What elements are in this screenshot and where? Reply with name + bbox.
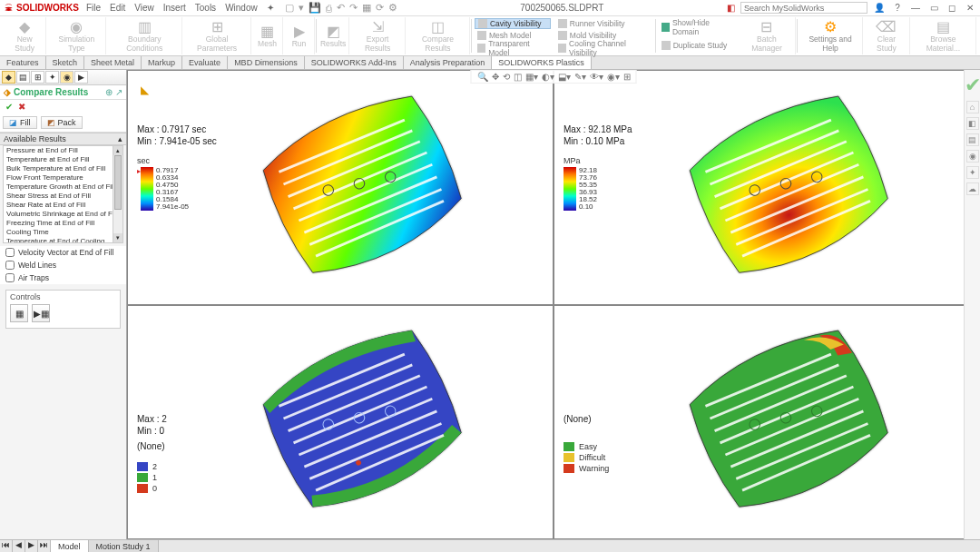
vp-rotate-icon[interactable]: ⟲ bbox=[503, 72, 510, 82]
doc-tab-markup[interactable]: Markup bbox=[142, 56, 182, 69]
taskpane-forum-icon[interactable]: ☁ bbox=[966, 182, 979, 195]
vp-section-icon[interactable]: ◫ bbox=[514, 72, 522, 82]
ribbon-transparent-model[interactable]: Transparent Model bbox=[475, 42, 551, 54]
result-item[interactable]: Temperature Growth at End of Fill bbox=[4, 182, 122, 192]
controls-step-button[interactable]: ▶▦ bbox=[32, 304, 50, 322]
menu-view[interactable]: View bbox=[134, 3, 154, 13]
doc-tab-features[interactable]: Features bbox=[0, 56, 46, 69]
search-input[interactable] bbox=[740, 2, 867, 14]
scroll-thumb[interactable] bbox=[114, 155, 122, 210]
pack-button[interactable]: ◩Pack bbox=[41, 116, 83, 129]
pane-ease-of-fill[interactable]: (None) EasyDifficultWarning bbox=[554, 305, 980, 540]
graphics-viewport[interactable]: 🔍 ✥ ⟲ ◫ ▦▾ ◐▾ ⬓▾ ✎▾ 👁▾ ◉▾ ⊞ ◣ Max : 0.79… bbox=[127, 70, 980, 539]
panel-pin-icon[interactable]: ↗ bbox=[115, 87, 122, 97]
vp-view-icon[interactable]: ▦▾ bbox=[525, 72, 538, 82]
ribbon-new-study[interactable]: ◆New Study bbox=[4, 17, 46, 54]
panel-tab-config-icon[interactable]: ⊞ bbox=[31, 71, 44, 84]
ribbon-cooling-visibility[interactable]: Cooling Channel Visibility bbox=[555, 42, 652, 54]
vp-zoom-icon[interactable]: 🔍 bbox=[477, 72, 488, 82]
bottom-tab-motion[interactable]: Motion Study 1 bbox=[89, 540, 159, 552]
ribbon-boundary[interactable]: ▥Boundary Conditions bbox=[107, 17, 182, 54]
result-item[interactable]: Volumetric Shrinkage at End of Fill bbox=[4, 210, 122, 219]
taskpane-home-icon[interactable]: ⌂ bbox=[966, 101, 979, 113]
velocity-checkbox-row[interactable]: Velocity Vector at End of Fill bbox=[0, 246, 126, 259]
list-scrollbar[interactable]: ▴ ▾ bbox=[113, 146, 122, 242]
taskpane-props-icon[interactable]: ▤ bbox=[966, 133, 979, 146]
ribbon-sim-type[interactable]: ◉Simulation Type bbox=[47, 17, 106, 54]
tab-next-icon[interactable]: ▶ bbox=[25, 540, 38, 552]
panel-tab-dims-icon[interactable]: ✦ bbox=[45, 71, 59, 84]
panel-tab-props-icon[interactable]: ▤ bbox=[16, 71, 30, 84]
qat-print-icon[interactable]: ⎙ bbox=[326, 3, 332, 14]
menu-window[interactable]: Window bbox=[225, 3, 258, 13]
maximize-icon[interactable]: ◻ bbox=[946, 2, 958, 15]
ribbon-show-hide-domain[interactable]: Show/Hide Domain bbox=[659, 21, 736, 33]
panel-tab-appear-icon[interactable]: ◉ bbox=[60, 71, 74, 84]
doc-tab-sheet-metal[interactable]: Sheet Metal bbox=[84, 56, 142, 69]
result-item[interactable]: Pressure at End of Fill bbox=[4, 146, 122, 155]
tab-last-icon[interactable]: ⏭ bbox=[38, 540, 51, 552]
taskpane-custom-icon[interactable]: ✦ bbox=[966, 166, 979, 179]
menu-insert[interactable]: Insert bbox=[163, 3, 186, 13]
ribbon-cavity-visibility[interactable]: Cavity Visibility bbox=[475, 18, 551, 29]
tab-first-icon[interactable]: ⏮ bbox=[0, 540, 13, 552]
menu-edit[interactable]: Edit bbox=[110, 3, 125, 13]
result-item[interactable]: Temperature at End of Fill bbox=[4, 155, 122, 164]
ribbon-compare[interactable]: ◫Compare Results bbox=[407, 17, 470, 54]
doc-tab-solidworks-plastics[interactable]: SOLIDWORKS Plastics bbox=[492, 56, 592, 69]
qat-redo-icon[interactable]: ↷ bbox=[349, 2, 358, 14]
close-icon[interactable]: ✕ bbox=[964, 2, 976, 15]
velocity-checkbox[interactable] bbox=[5, 248, 15, 257]
result-item[interactable]: Flow Front Temperature bbox=[4, 173, 122, 182]
menu-help-icon[interactable]: ✦ bbox=[267, 3, 274, 13]
result-item[interactable]: Cooling Time bbox=[4, 228, 122, 237]
minimize-icon[interactable]: — bbox=[909, 2, 922, 15]
doc-tab-solidworks-add-ins[interactable]: SOLIDWORKS Add-Ins bbox=[305, 56, 404, 69]
ok-icon[interactable]: ✔ bbox=[5, 102, 13, 112]
qat-new-icon[interactable]: ▢ bbox=[285, 2, 294, 14]
pane-pressure[interactable]: Max : 92.18 MPa Min : 0.10 MPa MPa 92.18… bbox=[554, 70, 980, 305]
pane-fill-time[interactable]: ◣ Max : 0.7917 sec Min : 7.941e-05 sec s… bbox=[127, 70, 554, 305]
ribbon-runner-visibility[interactable]: Runner Visibility bbox=[555, 18, 652, 29]
ribbon-mesh[interactable]: ▦Mesh bbox=[252, 17, 283, 54]
qat-open-icon[interactable]: ▾ bbox=[299, 2, 304, 14]
vp-more-icon[interactable]: ⊞ bbox=[623, 72, 631, 82]
pane-numeric[interactable]: Max : 2 Min : 0 (None) 210 bbox=[127, 305, 554, 540]
controls-play-button[interactable]: ▦ bbox=[10, 304, 28, 322]
qat-save-icon[interactable]: 💾 bbox=[309, 2, 321, 14]
ribbon-batch-manager[interactable]: ⊟Batch Manager bbox=[739, 17, 796, 54]
fill-button[interactable]: ◪Fill bbox=[3, 116, 37, 129]
doc-tab-evaluate[interactable]: Evaluate bbox=[182, 56, 228, 69]
ribbon-results[interactable]: ◩Results bbox=[318, 17, 349, 54]
result-item[interactable]: Bulk Temperature at End of Fill bbox=[4, 164, 122, 173]
scroll-down-icon[interactable]: ▾ bbox=[113, 233, 122, 242]
scroll-up-icon[interactable]: ▴ bbox=[113, 146, 122, 155]
qat-rebuild-icon[interactable]: ⟳ bbox=[376, 2, 384, 14]
restore-icon[interactable]: ▭ bbox=[927, 2, 940, 15]
weld-checkbox-row[interactable]: Weld Lines bbox=[0, 259, 126, 271]
menu-tools[interactable]: Tools bbox=[195, 3, 216, 13]
ribbon-clear-study[interactable]: ⌫Clear Study bbox=[864, 17, 909, 54]
ribbon-run[interactable]: ▶Run bbox=[284, 17, 315, 54]
result-item[interactable]: Freezing Time at End of Fill bbox=[4, 219, 122, 228]
panel-tab-tree-icon[interactable]: ◆ bbox=[2, 71, 15, 84]
vp-edit-icon[interactable]: ✎▾ bbox=[574, 72, 586, 82]
doc-tab-sketch[interactable]: Sketch bbox=[46, 56, 85, 69]
login-icon[interactable]: 👤 bbox=[873, 2, 886, 15]
menu-file[interactable]: File bbox=[86, 3, 101, 13]
ribbon-duplicate-study[interactable]: Duplicate Study bbox=[659, 39, 736, 51]
ribbon-browse-material[interactable]: ▤Browse Material... bbox=[911, 17, 976, 54]
taskpane-design-icon[interactable]: ◧ bbox=[966, 117, 979, 130]
doc-tab-analysis-preparation[interactable]: Analysis Preparation bbox=[404, 56, 493, 69]
result-item[interactable]: Temperature at End of Cooling bbox=[4, 237, 122, 243]
taskpane-appear-icon[interactable]: ◉ bbox=[966, 150, 979, 163]
tab-prev-icon[interactable]: ◀ bbox=[13, 540, 25, 552]
ribbon-global-params[interactable]: ⊞Global Parameters bbox=[183, 17, 251, 54]
collapse-icon[interactable]: ▴ bbox=[118, 134, 122, 143]
cancel-icon[interactable]: ✖ bbox=[18, 102, 25, 112]
vp-scene-icon[interactable]: ⬓▾ bbox=[558, 72, 571, 82]
available-results-header[interactable]: Available Results▴ bbox=[0, 133, 126, 145]
airtrap-checkbox[interactable] bbox=[5, 273, 15, 282]
vp-display-icon[interactable]: ◐▾ bbox=[542, 72, 554, 82]
ribbon-export[interactable]: ⇲Export Results bbox=[350, 17, 406, 54]
